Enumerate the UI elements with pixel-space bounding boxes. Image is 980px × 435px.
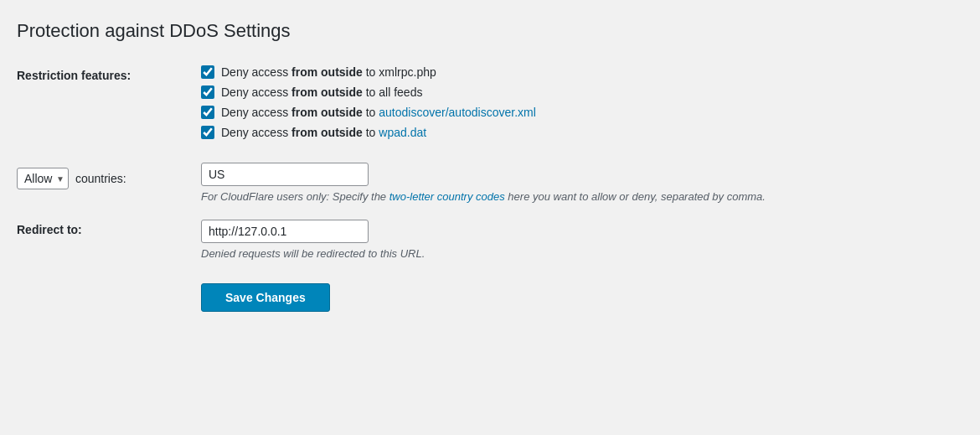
allow-deny-select[interactable]: Allow Deny (18, 168, 70, 189)
settings-form: Restriction features: Deny access from o… (17, 65, 963, 312)
checkbox-list: Deny access from outside to xmlrpc.php D… (201, 65, 963, 139)
checkbox-autodiscover[interactable] (201, 106, 214, 119)
checkbox-wpad[interactable] (201, 126, 214, 139)
country-filter-content: For CloudFlare users only: Specify the t… (201, 163, 963, 203)
help-text-after: here you want to allow or deny, separate… (505, 190, 766, 203)
restriction-features-content: Deny access from outside to xmlrpc.php D… (201, 65, 963, 146)
list-item: Deny access from outside to wpad.dat (201, 126, 963, 139)
page-container: Protection against DDoS Settings Restric… (0, 0, 980, 435)
wpad-link[interactable]: wpad.dat (379, 126, 426, 139)
countries-input[interactable] (201, 163, 369, 186)
country-filter-row: Allow Deny ▼ countries: For CloudFlare u… (17, 163, 963, 203)
list-item: Deny access from outside to autodiscover… (201, 106, 963, 119)
page-title: Protection against DDoS Settings (17, 20, 963, 42)
checkbox-feeds[interactable] (201, 85, 214, 99)
checkbox-xmlrpc[interactable] (201, 65, 214, 79)
country-label-group: Allow Deny ▼ countries: (17, 163, 201, 189)
save-row: Save Changes (17, 283, 963, 312)
autodiscover-link[interactable]: autodiscover/autodiscover.xml (379, 106, 536, 119)
checkbox-label-xmlrpc: Deny access from outside to xmlrpc.php (221, 65, 436, 79)
redirect-input[interactable] (201, 220, 369, 243)
redirect-help-text: Denied requests will be redirected to th… (201, 247, 963, 260)
redirect-label: Redirect to: (17, 220, 201, 236)
save-button[interactable]: Save Changes (201, 283, 330, 312)
restriction-features-label: Restriction features: (17, 65, 201, 82)
help-text-before: For CloudFlare users only: Specify the (201, 190, 389, 203)
checkbox-label-wpad: Deny access from outside to wpad.dat (221, 126, 426, 139)
allow-select-wrapper: Allow Deny ▼ (17, 168, 69, 189)
redirect-row: Redirect to: Denied requests will be red… (17, 220, 963, 260)
list-item: Deny access from outside to all feeds (201, 85, 963, 99)
country-codes-link[interactable]: two-letter country codes (389, 190, 505, 203)
countries-help-text: For CloudFlare users only: Specify the t… (201, 190, 963, 203)
countries-label: countries: (75, 172, 126, 185)
list-item: Deny access from outside to xmlrpc.php (201, 65, 963, 79)
checkbox-label-autodiscover: Deny access from outside to autodiscover… (221, 106, 536, 119)
redirect-content: Denied requests will be redirected to th… (201, 220, 963, 260)
restriction-features-row: Restriction features: Deny access from o… (17, 65, 963, 146)
checkbox-label-feeds: Deny access from outside to all feeds (221, 85, 422, 99)
